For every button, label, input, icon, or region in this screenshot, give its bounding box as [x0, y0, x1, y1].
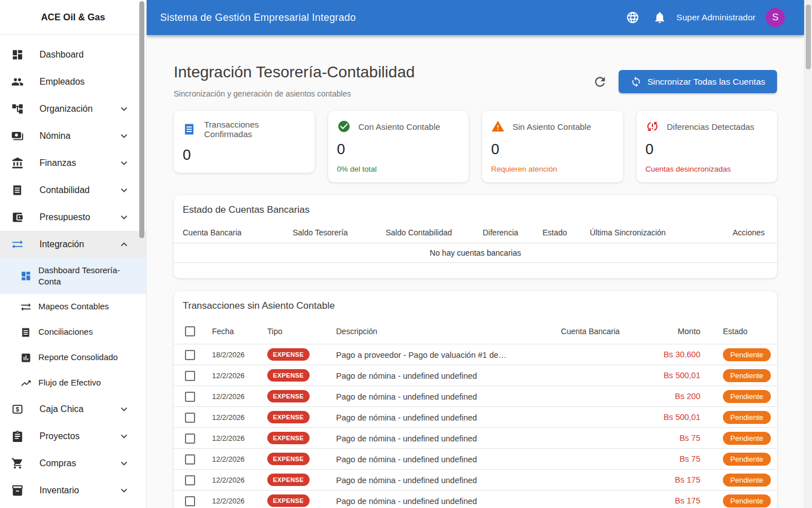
sidebar-item-reporte-consolidado[interactable]: Reporte Consolidado — [0, 345, 146, 370]
page-subtitle: Sincronización y generación de asientos … — [174, 89, 415, 98]
page-title-block: Integración Tesorería-Contabilidad Sincr… — [174, 63, 415, 98]
transaction-description-text: Pago de nómina - undefined undefined — [336, 371, 477, 380]
transaction-type-badge: EXPENSE — [267, 369, 310, 382]
sidebar-item-contabilidad[interactable]: Contabilidad — [0, 177, 146, 204]
chevron-down-icon — [118, 457, 130, 470]
transaction-status-cell: Pendiente — [700, 449, 777, 470]
sidebar-item-caja-chica[interactable]: $Caja Chica — [0, 396, 146, 423]
transaction-type-cell: EXPENSE — [261, 428, 329, 449]
stat-card-label: Diferencias Detectadas — [667, 122, 754, 132]
transactions-column-tipo: Tipo — [261, 319, 329, 344]
sidebar-item-organizaci-n[interactable]: Organización — [0, 95, 146, 122]
row-checkbox[interactable] — [185, 475, 195, 485]
transaction-amount: Bs 175 — [638, 470, 700, 491]
stats-row: Transacciones Confirmadas0Con Asiento Co… — [174, 111, 777, 182]
sidebar-item-n-mina[interactable]: Nómina — [0, 122, 146, 150]
transaction-description-text: Pago de nómina - undefined undefined — [336, 434, 477, 443]
transaction-row[interactable]: 12/2/2026EXPENSEPago de nómina - undefin… — [174, 428, 777, 449]
transaction-description: Pago a proveedor - Pago de valuación #1 … — [329, 344, 542, 365]
globe-icon[interactable] — [626, 11, 639, 24]
chevron-down-icon — [118, 430, 130, 443]
transaction-row[interactable]: 12/2/2026EXPENSEPago de nómina - undefin… — [174, 407, 777, 428]
sidebar-item-label: Proyectos — [39, 430, 80, 443]
transaction-date: 12/2/2026 — [205, 365, 261, 386]
clipboard-icon — [11, 430, 24, 443]
transaction-date: 12/2/2026 — [205, 449, 261, 470]
transaction-description-text: Pago a proveedor - Pago de valuación #1 … — [336, 351, 506, 360]
stat-card-note: 0% del total — [337, 165, 460, 173]
transaction-type-badge: EXPENSE — [267, 411, 310, 423]
transaction-status-badge: Pendiente — [723, 411, 771, 424]
row-checkbox-cell — [174, 344, 205, 365]
transaction-status-cell: Pendiente — [700, 344, 777, 365]
transaction-row[interactable]: 12/2/2026EXPENSEPago de nómina - undefin… — [174, 386, 777, 407]
transaction-type-cell: EXPENSE — [261, 344, 329, 365]
transaction-type-badge: EXPENSE — [267, 474, 310, 486]
select-all-checkbox[interactable] — [185, 326, 195, 336]
sidebar-item-integraci-n[interactable]: Integración — [0, 231, 146, 258]
sidebar-item-presupuesto[interactable]: Presupuesto — [0, 204, 146, 231]
transaction-account — [542, 470, 638, 491]
receipt-icon — [11, 184, 24, 196]
row-checkbox[interactable] — [185, 371, 195, 381]
page-scrollbar-thumb[interactable] — [806, 5, 811, 69]
row-checkbox-cell — [174, 491, 205, 508]
topbar: Sistema de Gestión Empresarial Integrado… — [147, 0, 804, 35]
sidebar-item-label: Inventario — [39, 484, 79, 497]
app-title: Sistema de Gestión Empresarial Integrado — [160, 12, 356, 24]
transaction-description: Pago de nómina - undefined undefined — [329, 365, 542, 386]
row-checkbox[interactable] — [185, 350, 195, 360]
stat-card-note: Requieren atención — [491, 165, 614, 173]
transaction-row[interactable]: 12/2/2026EXPENSEPago de nómina - undefin… — [174, 365, 777, 386]
transaction-amount: Bs 500,01 — [638, 407, 700, 428]
sync-all-button[interactable]: Sincronizar Todas las Cuentas — [619, 70, 777, 93]
sidebar-scrollbar-thumb[interactable] — [139, 1, 144, 238]
row-checkbox[interactable] — [185, 496, 195, 506]
sidebar-item-empleados[interactable]: Empleados — [0, 68, 146, 95]
sidebar-item-dashboard-tesorer-a-conta[interactable]: Dashboard Tesorería-Conta — [0, 258, 146, 294]
transaction-row[interactable]: 18/2/2026EXPENSEPago a proveedor - Pago … — [174, 344, 777, 365]
sidebar-item-label: Contabilidad — [39, 184, 90, 196]
transaction-account — [542, 365, 638, 386]
row-checkbox-cell — [174, 407, 205, 428]
row-checkbox-cell — [174, 386, 205, 407]
transaction-date: 12/2/2026 — [205, 407, 261, 428]
stat-card-note: Cuentas desincronizadas — [646, 165, 769, 173]
receipt-icon — [20, 327, 32, 338]
sidebar-item-flujo-de-efectivo[interactable]: Flujo de Efectivo — [0, 370, 146, 396]
sidebar-item-proyectos[interactable]: Proyectos — [0, 423, 146, 450]
transactions-column-descripci-n: Descripción — [329, 319, 542, 344]
transaction-type-badge: EXPENSE — [267, 453, 310, 465]
row-checkbox[interactable] — [185, 433, 195, 444]
refresh-button[interactable] — [593, 75, 607, 89]
transaction-account — [542, 407, 638, 428]
transaction-row[interactable]: 12/2/2026EXPENSEPago de nómina - undefin… — [174, 470, 777, 491]
sidebar-item-conciliaciones[interactable]: Conciliaciones — [0, 319, 146, 345]
transaction-description: Pago de nómina - undefined undefined — [329, 491, 542, 508]
transaction-row[interactable]: 12/2/2026EXPENSEPago de nómina - undefin… — [174, 491, 777, 508]
sidebar: ACE Oil & Gas DashboardEmpleadosOrganiza… — [0, 0, 147, 508]
page-title: Integración Tesorería-Contabilidad — [174, 63, 415, 81]
transaction-date: 12/2/2026 — [205, 470, 261, 491]
row-checkbox[interactable] — [185, 454, 195, 465]
sidebar-item-dashboard[interactable]: Dashboard — [0, 41, 146, 68]
accounts-table-header: Cuenta BancariaSaldo TesoreríaSaldo Cont… — [174, 224, 777, 243]
stat-card-label: Sin Asiento Contable — [513, 122, 591, 132]
sidebar-item-compras[interactable]: Compras — [0, 450, 146, 477]
transaction-description: Pago de nómina - undefined undefined — [329, 407, 542, 428]
page-scrollbar[interactable] — [804, 0, 812, 508]
sidebar-item-label: Dashboard Tesorería-Conta — [38, 265, 127, 288]
sidebar-item-mapeos-contables[interactable]: Mapeos Contables — [0, 294, 146, 319]
transaction-status-cell: Pendiente — [700, 491, 777, 508]
sidebar-item-inventario[interactable]: Inventario — [0, 477, 146, 504]
sidebar-item-finanzas[interactable]: Finanzas — [0, 150, 146, 177]
row-checkbox[interactable] — [185, 392, 195, 402]
transaction-status-badge: Pendiente — [723, 390, 771, 403]
sync-problem-icon — [646, 120, 659, 133]
bell-icon[interactable] — [653, 11, 667, 24]
row-checkbox[interactable] — [185, 413, 195, 423]
avatar[interactable]: S — [766, 8, 785, 27]
sidebar-item-label: Presupuesto — [39, 211, 90, 224]
transaction-row[interactable]: 12/2/2026EXPENSEPago de nómina - undefin… — [174, 449, 777, 470]
sync-button-label: Sincronizar Todas las Cuentas — [647, 77, 765, 87]
